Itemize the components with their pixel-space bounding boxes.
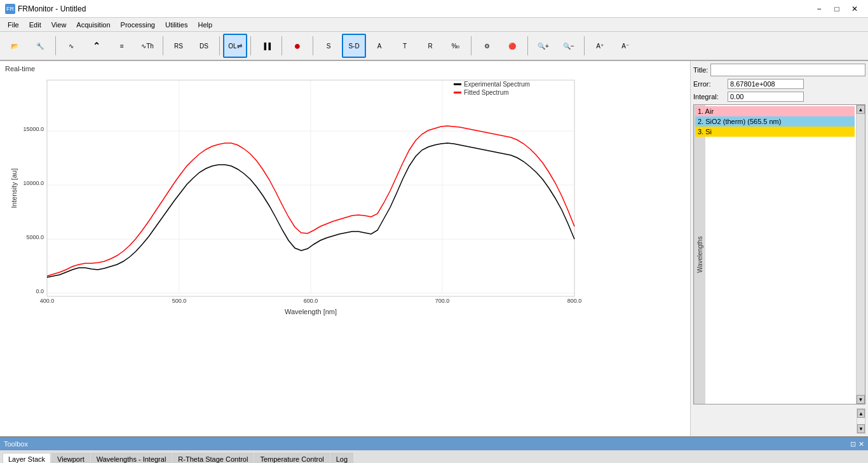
chart-area: Real-time Intensity [au] 0.0 5000.0 1000… [0, 61, 690, 436]
toolbar-separator [163, 36, 163, 55]
svg-text:400.0: 400.0 [40, 298, 55, 304]
svg-text:Fitted Spectrum: Fitted Spectrum [464, 89, 509, 96]
svg-text:0.0: 0.0 [36, 288, 44, 294]
wavelength-layer-3: 3. Si [695, 127, 855, 137]
toolbar-separator [281, 36, 282, 55]
window-title: FRMonitor - Untitled [18, 4, 86, 13]
toolbar-separator [55, 36, 56, 55]
svg-rect-21 [454, 92, 461, 93]
wavelength-layer-1: 1. Air [695, 106, 855, 116]
svg-text:15000.0: 15000.0 [23, 126, 44, 132]
toolbar-separator [527, 36, 528, 55]
r-btn[interactable]: R [418, 34, 442, 58]
tab-layer-stack[interactable]: Layer Stack [3, 453, 51, 463]
svg-text:600.0: 600.0 [304, 298, 318, 304]
scroll-down-btn[interactable]: ▼ [857, 395, 865, 404]
device-btn[interactable]: ⚙ [475, 34, 499, 58]
minimize-button[interactable]: − [811, 3, 827, 15]
wavelengths-panel: Wavelengths 1. Air 2. SiO2 (therm) (565.… [693, 104, 865, 404]
menubar-item-edit[interactable]: Edit [24, 20, 46, 30]
tab-log[interactable]: Log [330, 453, 353, 463]
record-btn[interactable]: ● [285, 34, 309, 58]
menubar-item-view[interactable]: View [46, 20, 72, 30]
wavelengths-scrollbar[interactable]: ▲ ▼ [856, 105, 865, 404]
scroll-up-btn[interactable]: ▲ [857, 105, 865, 114]
rs-btn[interactable]: RS [166, 34, 191, 58]
right-scrollbar[interactable]: ▲ ▼ [857, 408, 865, 434]
spectrum-btn[interactable]: ∿ [59, 34, 83, 58]
waveform-th-btn[interactable]: ∿Th [135, 34, 159, 58]
ol-btn[interactable]: OL⇌ [223, 34, 247, 58]
layer-num-2: 2. SiO2 (therm) (565.5 nm) [698, 118, 781, 125]
svg-text:5000.0: 5000.0 [26, 234, 44, 240]
font-large-btn[interactable]: A⁺ [588, 34, 612, 58]
titlebar-controls: − □ ✕ [811, 3, 863, 15]
colors-btn[interactable]: 🔴 [500, 34, 524, 58]
wavelength-layer-2: 2. SiO2 (therm) (565.5 nm) [695, 116, 855, 127]
integral-value: 0.00 [728, 92, 804, 102]
right-scroll-up[interactable]: ▲ [857, 409, 865, 418]
menubar-item-processing[interactable]: Processing [116, 20, 160, 30]
open-file[interactable]: 📂 [3, 34, 27, 58]
toolbox-title: Toolbox [4, 440, 28, 448]
tab-r-theta-stage-control[interactable]: R-Theta Stage Control [172, 453, 254, 463]
zoom-out-btn[interactable]: 🔍− [557, 34, 581, 58]
integral-label: Integral: [693, 93, 725, 100]
svg-text:Intensity [au]: Intensity [au] [10, 169, 18, 208]
layer-num-3: 3. Si [698, 128, 712, 135]
toolbar-separator [250, 36, 251, 55]
font-small-btn[interactable]: A⁻ [613, 34, 637, 58]
s-btn[interactable]: S [316, 34, 341, 58]
main-content: Real-time Intensity [au] 0.0 5000.0 1000… [0, 61, 868, 436]
toolbox-float-btn[interactable]: ⊡ [850, 440, 856, 448]
svg-text:800.0: 800.0 [567, 298, 582, 304]
right-scroll-down[interactable]: ▼ [857, 424, 865, 433]
svg-text:700.0: 700.0 [435, 298, 450, 304]
a-btn[interactable]: A [367, 34, 391, 58]
pause-btn[interactable]: ▐▐ [254, 34, 278, 58]
percent-btn[interactable]: %₀ [444, 34, 468, 58]
menubar-item-acquisition[interactable]: Acquisition [71, 20, 115, 30]
menubar-item-utilities[interactable]: Utilities [160, 20, 193, 30]
title-input[interactable] [710, 64, 865, 76]
toolbar-separator [219, 36, 220, 55]
svg-text:10000.0: 10000.0 [23, 180, 44, 186]
spectrum-chart: Intensity [au] 0.0 5000.0 10000.0 15000.… [9, 74, 587, 315]
titlebar: FR FRMonitor - Untitled − □ ✕ [0, 0, 868, 18]
app-icon: FR [5, 4, 15, 14]
menubar-item-file[interactable]: File [3, 20, 24, 30]
toolbar-separator [584, 36, 585, 55]
right-panel: Title: Error: 8.67801e+008 Integral: 0.0… [690, 61, 868, 436]
tab-temperature-control[interactable]: Temperature Control [254, 453, 329, 463]
t-btn[interactable]: T [393, 34, 417, 58]
toolbox-close-btn[interactable]: ✕ [858, 440, 864, 448]
toolbar-separator [313, 36, 313, 55]
toolbox-tabs: Layer StackViewportWavelengths - Integra… [0, 450, 868, 463]
error-label: Error: [693, 80, 725, 88]
maximize-button[interactable]: □ [829, 3, 845, 15]
menubar-item-help[interactable]: Help [193, 20, 217, 30]
svg-rect-19 [454, 83, 461, 85]
close-button[interactable]: ✕ [846, 3, 863, 15]
titlebar-left: FR FRMonitor - Untitled [5, 4, 86, 14]
tab-wavelengths---integral[interactable]: Wavelengths - Integral [91, 453, 172, 463]
settings[interactable]: 🔧 [28, 34, 52, 58]
toolbar-separator [471, 36, 471, 55]
error-value: 8.67801e+008 [728, 79, 804, 89]
ds-btn[interactable]: DS [192, 34, 216, 58]
sd-btn[interactable]: S-D [342, 34, 366, 58]
svg-text:Experimental Spectrum: Experimental Spectrum [464, 81, 530, 88]
menubar: FileEditViewAcquisitionProcessingUtiliti… [0, 18, 868, 32]
svg-text:Wavelength [nm]: Wavelength [nm] [285, 308, 337, 315]
svg-text:500.0: 500.0 [172, 298, 187, 304]
table-btn[interactable]: ≡ [110, 34, 134, 58]
title-label: Title: [693, 66, 708, 74]
toolbox-header: Toolbox ⊡ ✕ [0, 438, 868, 450]
zoom-in-btn[interactable]: 🔍+ [531, 34, 555, 58]
toolbar: 📂🔧∿⌃≡∿ThRSDSOL⇌▐▐●SS-DATR%₀⚙🔴🔍+🔍−A⁺A⁻ [0, 32, 868, 61]
peak-btn[interactable]: ⌃ [85, 34, 109, 58]
title-row: Title: [693, 64, 865, 76]
tab-viewport[interactable]: Viewport [51, 453, 90, 463]
error-row: Error: 8.67801e+008 [693, 79, 865, 89]
toolbox: Toolbox ⊡ ✕ Layer StackViewportWavelengt… [0, 436, 868, 463]
